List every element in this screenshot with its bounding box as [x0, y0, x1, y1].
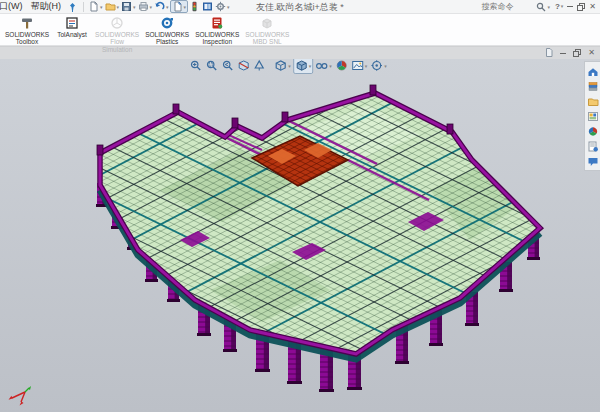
plastics-icon	[160, 16, 174, 30]
view-palette-tab[interactable]	[586, 110, 600, 122]
chevron-down-icon: ▾	[184, 4, 187, 10]
mbd-snl-icon	[260, 16, 274, 30]
chevron-down-icon: ▾	[309, 63, 312, 69]
titlebar-right: ▾ ? ▾ ✕	[475, 0, 600, 13]
button-label: Toolbox	[16, 38, 38, 45]
save-button[interactable]: ▾	[120, 0, 137, 13]
button-label: SOLIDWORKS	[5, 31, 49, 38]
section-view-button[interactable]	[236, 59, 251, 73]
hide-show-items-button[interactable]: ▾	[314, 59, 333, 73]
zoom-to-area-button[interactable]	[204, 59, 219, 73]
help-button[interactable]: ? ▾	[555, 3, 563, 11]
solidworks-plastics-button[interactable]: SOLIDWORKS Plastics	[142, 15, 192, 46]
tolanalyst-icon	[65, 16, 79, 30]
traffic-light-icon[interactable]	[188, 0, 201, 13]
button-label: SOLIDWORKS	[195, 31, 239, 38]
chevron-down-icon: ▾	[133, 4, 136, 10]
menu-window[interactable]: 口(W)	[0, 0, 27, 13]
chevron-down-icon: ▾	[288, 63, 291, 69]
options-gear-button[interactable]: ▾	[214, 0, 231, 13]
button-label: TolAnalyst	[57, 31, 87, 38]
solidworks-flow-simulation-button: SOLIDWORKS Flow Simulation	[92, 15, 142, 53]
chevron-down-icon: ▾	[100, 4, 103, 10]
custom-properties-tab[interactable]	[586, 140, 600, 152]
new-document-button[interactable]: ▾	[87, 0, 104, 13]
solidworks-inspection-button[interactable]: SOLIDWORKS Inspection	[192, 15, 242, 46]
chevron-down-icon: ▾	[166, 4, 169, 10]
chevron-down-icon: ▾	[547, 4, 550, 10]
solidworks-forum-tab[interactable]	[586, 155, 600, 167]
flow-simulation-icon	[110, 16, 124, 30]
tolanalyst-button[interactable]: TolAnalyst	[52, 15, 92, 38]
zoom-to-fit-button[interactable]	[188, 59, 203, 73]
document-window-bar: ✕	[0, 46, 600, 59]
command-manager: SOLIDWORKS Toolbox TolAnalyst SOLIDWORKS…	[0, 14, 600, 46]
appearances-scenes-decals-tab[interactable]	[586, 125, 600, 137]
button-label: Simulation	[102, 46, 132, 53]
open-button[interactable]: ▾	[104, 0, 121, 13]
button-label: SOLIDWORKS	[145, 31, 189, 38]
solidworks-window: 口(W) 帮助(H) ▾ ▾ ▾ ▾ ▾ ▾	[0, 0, 600, 412]
button-label: Inspection	[202, 38, 232, 45]
rebuild-button[interactable]: ▾	[170, 0, 189, 13]
chevron-down-icon: ▾	[329, 63, 332, 69]
doc-close-button[interactable]: ✕	[588, 49, 595, 57]
design-library-tab[interactable]	[586, 80, 600, 92]
apply-scene-button[interactable]: ▾	[350, 59, 369, 73]
chevron-down-icon: ▾	[117, 4, 120, 10]
close-button[interactable]: ✕	[589, 3, 596, 11]
task-pane-tabs	[584, 61, 600, 171]
print-button[interactable]: ▾	[137, 0, 154, 13]
doc-minimize-button[interactable]	[560, 53, 566, 54]
file-explorer-tab[interactable]	[586, 95, 600, 107]
button-label: Flow	[110, 38, 124, 45]
button-label: SOLIDWORKS	[95, 31, 139, 38]
document-menu-icon[interactable]	[545, 48, 553, 59]
graphics-viewport[interactable]: ▾ ▾ ▾ ▾ ▾	[0, 59, 600, 412]
search-icon[interactable]: ▾	[535, 0, 551, 13]
toolbox-icon	[20, 16, 34, 30]
restore-button[interactable]	[577, 3, 585, 11]
doc-restore-button[interactable]	[573, 49, 581, 57]
display-style-button[interactable]: ▾	[293, 59, 314, 74]
chevron-down-icon: ▾	[150, 4, 153, 10]
undo-button[interactable]: ▾	[153, 0, 170, 13]
solidworks-toolbox-button[interactable]: SOLIDWORKS Toolbox	[2, 15, 52, 46]
view-settings-button[interactable]: ▾	[369, 59, 388, 73]
button-label: SOLIDWORKS	[245, 31, 289, 38]
inspection-icon	[210, 16, 224, 30]
headsup-view-toolbar: ▾ ▾ ▾ ▾ ▾	[188, 59, 388, 74]
dynamic-annotation-button[interactable]	[252, 59, 267, 73]
chevron-down-icon: ▾	[384, 63, 387, 69]
solidworks-resources-tab[interactable]	[586, 65, 600, 77]
toolbar-separator	[83, 2, 84, 12]
edit-appearance-button[interactable]	[334, 59, 349, 73]
chevron-down-icon: ▾	[365, 63, 368, 69]
view-orientation-button[interactable]: ▾	[273, 59, 292, 73]
chevron-down-icon: ▾	[227, 4, 230, 10]
minimize-button[interactable]	[567, 6, 573, 7]
previous-view-button[interactable]	[220, 59, 235, 73]
button-label: Plastics	[156, 38, 178, 45]
formwork-assembly-model	[0, 59, 600, 412]
solidworks-mbd-snl-button: SOLIDWORKS MBD SNL	[242, 15, 292, 46]
titlebar: 口(W) 帮助(H) ▾ ▾ ▾ ▾ ▾ ▾	[0, 0, 600, 14]
pin-icon[interactable]	[65, 2, 80, 12]
window-display-button[interactable]	[201, 0, 214, 13]
menu-help[interactable]: 帮助(H)	[27, 0, 66, 13]
chevron-down-icon: ▾	[561, 4, 564, 9]
button-label: MBD SNL	[253, 38, 282, 45]
reference-triad-icon	[4, 385, 34, 407]
search-input[interactable]	[479, 1, 531, 12]
help-label: ?	[555, 3, 560, 11]
